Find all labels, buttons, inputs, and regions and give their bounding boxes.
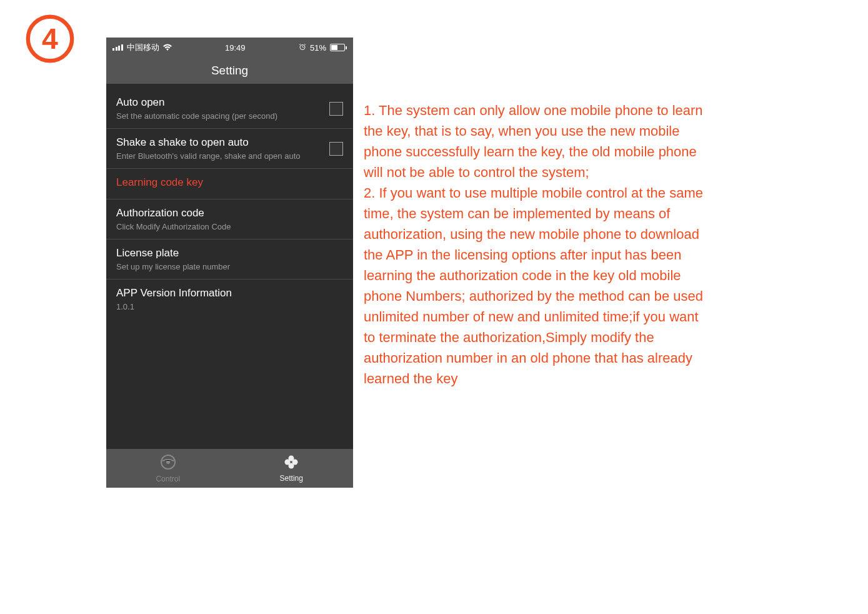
setting-subtitle: Set the automatic code spacing (per seco… [116,111,324,121]
steering-wheel-icon [160,454,176,473]
status-bar: 中国移动 19:49 51% [106,38,353,58]
tab-label: Setting [280,474,303,483]
tab-bar: Control Setting [106,449,353,488]
setting-shake-open[interactable]: Shake a shake to open auto Enter Bluetoo… [106,129,353,169]
setting-subtitle: Click Modify Authorization Code [116,222,343,231]
setting-subtitle: 1.0.1 [116,302,343,311]
alarm-icon [299,43,306,53]
setting-title: Auto open [116,96,324,109]
step-badge: 4 [25,14,75,64]
setting-title: Authorization code [116,207,343,219]
setting-title: License plate [116,247,343,259]
setting-title: Shake a shake to open auto [116,136,324,149]
settings-list: Auto open Set the automatic code spacing… [106,84,353,449]
page-title: Setting [106,58,353,84]
setting-subtitle: Enter Bluetooth's valid range, shake and… [116,151,324,161]
svg-text:4: 4 [42,23,58,55]
battery-percent: 51% [310,43,326,53]
phone-screenshot: 中国移动 19:49 51% Setting Auto open Set the… [106,38,353,488]
battery-icon [330,44,347,51]
clover-icon [284,455,299,472]
wifi-icon [163,43,172,53]
setting-auto-open[interactable]: Auto open Set the automatic code spacing… [106,89,353,129]
setting-learning-code[interactable]: Learning code key [106,169,353,199]
signal-icon [112,44,123,51]
checkbox[interactable] [329,102,343,116]
instruction-text: 1. The system can only allow one mobile … [364,100,711,389]
clock: 19:49 [225,43,246,53]
setting-subtitle: Set up my license plate number [116,262,343,271]
tab-setting[interactable]: Setting [230,449,354,488]
svg-point-7 [285,459,291,465]
setting-authorization-code[interactable]: Authorization code Click Modify Authoriz… [106,199,353,239]
svg-point-8 [292,459,298,465]
tab-label: Control [156,475,180,483]
carrier-label: 中国移动 [127,42,159,53]
setting-version-info[interactable]: APP Version Information 1.0.1 [106,279,353,319]
tab-control[interactable]: Control [106,449,230,488]
setting-license-plate[interactable]: License plate Set up my license plate nu… [106,239,353,279]
setting-title: APP Version Information [116,287,343,299]
checkbox[interactable] [329,142,343,156]
setting-title: Learning code key [116,176,343,189]
